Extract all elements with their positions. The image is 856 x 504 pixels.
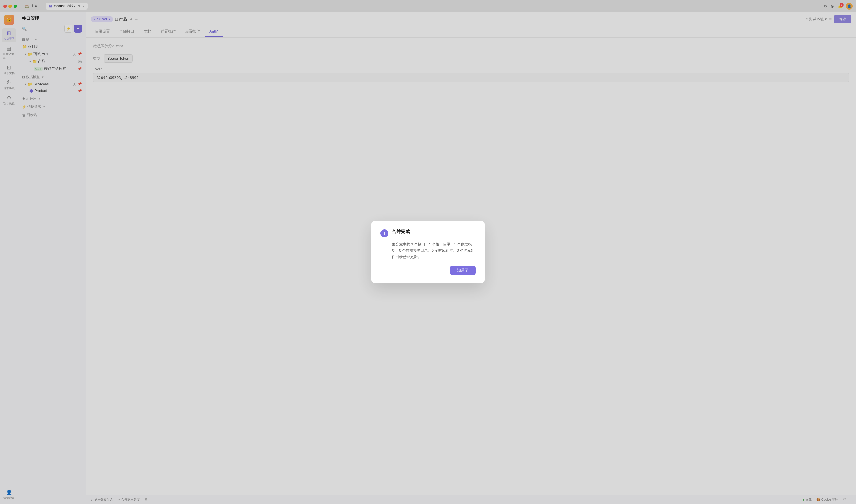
merge-complete-dialog: i 合并完成 主分支中的 3 个接口、1 个接口目录、1 个数据模型、0 个数据…	[371, 221, 485, 283]
dialog-header: i 合并完成	[381, 229, 475, 237]
dialog-overlay: i 合并完成 主分支中的 3 个接口、1 个接口目录、1 个数据模型、0 个数据…	[0, 0, 856, 504]
dialog-title: 合并完成	[392, 229, 410, 235]
dialog-ok-button[interactable]: 知道了	[450, 266, 475, 275]
dialog-footer: 知道了	[381, 266, 475, 275]
dialog-info-icon: i	[381, 229, 388, 237]
dialog-body: 主分支中的 3 个接口、1 个接口目录、1 个数据模型、0 个数据模型目录、0 …	[381, 241, 475, 260]
